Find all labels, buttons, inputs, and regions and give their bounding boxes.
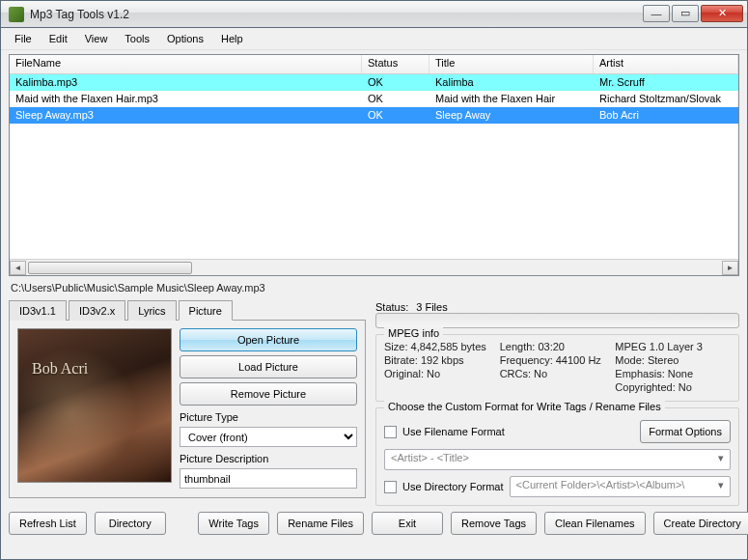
rename-files-button[interactable]: Rename Files: [277, 512, 364, 535]
use-filename-checkbox[interactable]: [384, 426, 397, 438]
picture-type-label: Picture Type: [180, 411, 357, 423]
format-legend: Choose the Custom Format for Write Tags …: [384, 401, 665, 412]
menu-edit[interactable]: Edit: [42, 31, 75, 46]
tab-id3v11[interactable]: ID3v1.1: [9, 300, 67, 321]
tab-picture[interactable]: Picture: [179, 300, 233, 321]
menu-options[interactable]: Options: [159, 31, 211, 46]
picture-desc-label: Picture Description: [180, 453, 357, 464]
mpeg-crc: CRCs: No: [500, 368, 606, 379]
remove-tags-button[interactable]: Remove Tags: [451, 512, 537, 535]
bottom-button-bar: Refresh List Directory Write Tags Rename…: [1, 506, 747, 543]
table-row[interactable]: Sleep Away.mp3OKSleep AwayBob Acri: [10, 107, 738, 124]
use-directory-label: Use Directory Format: [402, 481, 504, 492]
write-tags-button[interactable]: Write Tags: [198, 512, 269, 535]
cell-filename: Kalimba.mp3: [10, 74, 362, 91]
current-path: C:\Users\Public\Music\Sample Music\Sleep…: [1, 278, 747, 297]
mpeg-copyright: Copyrighted: No: [615, 381, 731, 393]
clean-filenames-button[interactable]: Clean Filenames: [544, 512, 646, 535]
mpeg-mode: Mode: Stereo: [615, 354, 731, 366]
mpeg-legend: MPEG info: [384, 327, 443, 339]
picture-desc-input[interactable]: [180, 468, 357, 489]
filename-format-combo[interactable]: <Artist> - <Title>: [384, 449, 731, 470]
exit-button[interactable]: Exit: [372, 512, 443, 535]
refresh-list-button[interactable]: Refresh List: [9, 512, 87, 535]
table-row[interactable]: Kalimba.mp3OKKalimbaMr. Scruff: [10, 74, 738, 91]
mpeg-original: Original: No: [384, 368, 490, 379]
cell-artist: Richard Stoltzman/Slovak: [594, 91, 738, 107]
cell-artist: Mr. Scruff: [594, 74, 738, 91]
file-list[interactable]: FileName Status Title Artist Kalimba.mp3…: [9, 54, 739, 276]
cell-artist: Bob Acri: [594, 107, 738, 124]
scroll-left-icon[interactable]: ◄: [10, 261, 26, 275]
cell-filename: Sleep Away.mp3: [10, 107, 362, 124]
use-filename-label: Use Filename Format: [402, 426, 634, 437]
col-filename[interactable]: FileName: [10, 55, 362, 73]
col-status[interactable]: Status: [362, 55, 429, 73]
col-artist[interactable]: Artist: [594, 55, 738, 73]
cell-status: OK: [362, 74, 429, 91]
mpeg-length: Length: 03:20: [500, 341, 606, 352]
cell-filename: Maid with the Flaxen Hair.mp3: [10, 91, 362, 107]
format-group: Choose the Custom Format for Write Tags …: [375, 407, 739, 506]
maximize-button[interactable]: ▭: [672, 5, 699, 22]
mpeg-info-group: MPEG info Size: 4,842,585 bytes Length: …: [375, 334, 739, 402]
tag-tabs: ID3v1.1 ID3v2.x Lyrics Picture: [9, 299, 366, 320]
picture-type-select[interactable]: Cover (front): [180, 427, 357, 447]
load-picture-button[interactable]: Load Picture: [180, 355, 357, 378]
status-label: Status:: [375, 301, 408, 313]
cell-title: Kalimba: [429, 74, 594, 91]
album-art[interactable]: Bob Acri: [17, 328, 172, 483]
mpeg-bitrate: Bitrate: 192 kbps: [384, 354, 490, 366]
mpeg-freq: Frequency: 44100 Hz: [500, 354, 606, 366]
table-row[interactable]: Maid with the Flaxen Hair.mp3OKMaid with…: [10, 91, 738, 107]
menu-view[interactable]: View: [77, 31, 116, 46]
directory-format-combo[interactable]: <Current Folder>\<Artist>\<Album>\: [510, 476, 731, 497]
directory-button[interactable]: Directory: [95, 512, 166, 535]
mpeg-layer: MPEG 1.0 Layer 3: [615, 341, 731, 352]
mpeg-size: Size: 4,842,585 bytes: [384, 341, 490, 352]
progress-bar: [375, 313, 739, 328]
app-icon: [9, 7, 24, 22]
create-directory-button[interactable]: Create Directory: [653, 512, 748, 535]
tab-lyrics[interactable]: Lyrics: [127, 300, 176, 321]
status-value: 3 Files: [416, 301, 447, 313]
cell-title: Maid with the Flaxen Hair: [429, 91, 594, 107]
cell-status: OK: [362, 107, 429, 124]
open-picture-button[interactable]: Open Picture: [180, 328, 357, 351]
scroll-thumb[interactable]: [28, 262, 192, 274]
menu-help[interactable]: Help: [213, 31, 251, 46]
tab-content-picture: Bob Acri Open Picture Load Picture Remov…: [9, 320, 366, 498]
cell-title: Sleep Away: [429, 107, 594, 124]
use-directory-checkbox[interactable]: [384, 481, 397, 493]
format-options-button[interactable]: Format Options: [640, 420, 731, 443]
cell-status: OK: [362, 91, 429, 107]
window-title: Mp3 Tag Tools v1.2: [30, 8, 643, 21]
list-header[interactable]: FileName Status Title Artist: [10, 55, 738, 74]
menu-file[interactable]: File: [7, 31, 40, 46]
col-title[interactable]: Title: [429, 55, 594, 73]
titlebar[interactable]: Mp3 Tag Tools v1.2 ― ▭ ✕: [0, 0, 748, 27]
menubar: File Edit View Tools Options Help: [1, 28, 747, 50]
horizontal-scrollbar[interactable]: ◄ ►: [10, 259, 738, 275]
menu-tools[interactable]: Tools: [117, 31, 157, 46]
close-button[interactable]: ✕: [701, 5, 743, 22]
minimize-button[interactable]: ―: [643, 5, 670, 22]
mpeg-emphasis: Emphasis: None: [615, 368, 731, 379]
scroll-right-icon[interactable]: ►: [722, 261, 738, 275]
tab-id3v2x[interactable]: ID3v2.x: [69, 300, 125, 321]
remove-picture-button[interactable]: Remove Picture: [180, 382, 357, 406]
album-art-title: Bob Acri: [32, 360, 88, 378]
